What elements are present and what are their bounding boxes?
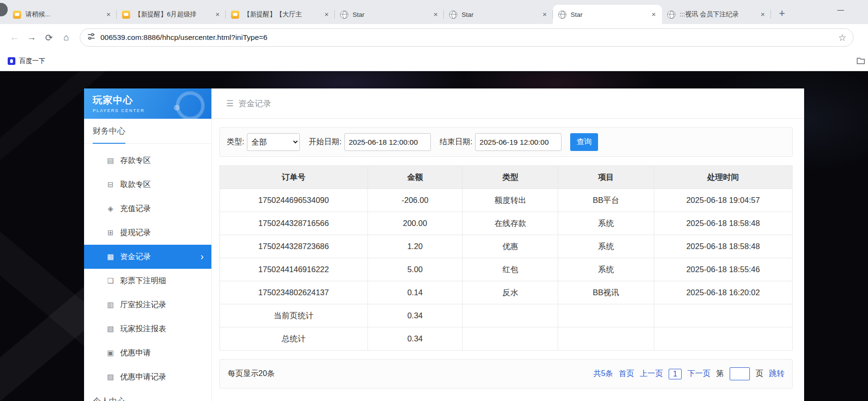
table-row: 1750244696534090 -206.00 额度转出 BB平台 2025-… (220, 189, 793, 212)
sidebar-menu-item[interactable]: ▧ 玩家投注报表 › (84, 317, 211, 341)
menu-item-label: 优惠申请 (120, 348, 204, 358)
next-page-link[interactable]: 下一页 (687, 369, 710, 379)
browser-window: 请稍候... × 【新提醒】6月超级排 × 【新提醒】【大厅主 × (0, 0, 868, 401)
sidebar-menu-item[interactable]: ⊟ 取款专区 › (84, 173, 211, 197)
cell-type (463, 304, 558, 327)
sidebar-menu: ▤ 存款专区 › ⊟ 取款专区 › ◈ 充值记录 (84, 144, 211, 389)
sidebar-menu-item[interactable]: ❏ 彩票下注明细 › (84, 269, 211, 293)
menu-item-icon: ⊞ (105, 228, 116, 237)
sidebar-menu-item[interactable]: ▨ 优惠申请记录 › (84, 365, 211, 389)
page-number-input[interactable] (730, 367, 750, 380)
tab-close-icon[interactable]: × (213, 10, 222, 19)
menu-item-icon: ◈ (105, 204, 116, 213)
cell-project: BB平台 (558, 189, 654, 212)
cell-time: 2025-06-18 18:58:48 (654, 235, 792, 258)
jump-link[interactable]: 跳转 (769, 369, 784, 379)
sidebar-header: 玩家中心 PLAYERS CENTER (84, 88, 211, 119)
menu-item-label: 存款专区 (120, 156, 204, 166)
page-word-before: 第 (716, 369, 724, 379)
pager: 共5条 首页 上一页 1 下一页 第 页 跳转 (593, 367, 784, 380)
total-count: 共5条 (593, 369, 613, 379)
sidebar-menu-item[interactable]: ⊞ 提现记录 › (84, 221, 211, 245)
cell-amount: 0.34 (367, 304, 463, 327)
table-header-cell: 订单号 (220, 166, 368, 189)
menu-item-label: 优惠申请记录 (120, 372, 204, 382)
reload-icon[interactable]: ⟳ (40, 29, 58, 46)
type-label: 类型: (227, 137, 244, 147)
table-header-row: 订单号 金额 类型 项目 处理时间 (220, 166, 793, 189)
menu-item-label: 厅室投注记录 (120, 300, 204, 310)
table-row: 1750234802624137 0.14 反水 BB视讯 2025-06-18… (220, 281, 793, 304)
sidebar-menu-item[interactable]: ▣ 优惠申请 › (84, 341, 211, 365)
site-info-icon[interactable] (87, 32, 96, 43)
cell-type: 优惠 (463, 235, 558, 258)
baidu-favicon-icon (8, 57, 15, 65)
bookmarks-folder-icon[interactable] (856, 57, 865, 66)
address-bar[interactable]: 006539.com:8886/hhcp/usercenter.html?ini… (80, 28, 854, 47)
start-date-input[interactable] (344, 133, 431, 151)
menu-item-label: 提现记录 (120, 228, 204, 238)
cell-amount: 0.34 (367, 327, 463, 351)
browser-tab[interactable]: 【新提醒】【大厅主 × (226, 5, 335, 24)
cell-project: BB视讯 (558, 281, 654, 304)
minimize-button[interactable]: — (837, 6, 844, 13)
main-content: 类型: 全部 开始日期: 结束日期: 查询 (212, 119, 804, 388)
menu-item-icon: ▣ (105, 349, 116, 357)
filter-bar: 类型: 全部 开始日期: 结束日期: 查询 (220, 127, 793, 157)
table-row: 当前页统计 0.34 (220, 304, 793, 327)
menu-icon: ☰ (226, 99, 233, 109)
cell-amount: 1.20 (367, 235, 463, 258)
browser-tab[interactable]: Star × (444, 5, 553, 24)
profile-avatar-partial[interactable] (0, 3, 8, 16)
tab-title: Star (353, 11, 428, 18)
tab-close-icon[interactable]: × (104, 10, 113, 19)
chevron-right-icon: › (200, 251, 204, 261)
bookmark-star-icon[interactable]: ☆ (838, 32, 846, 43)
sidebar-menu-item[interactable]: ▤ 存款专区 › (84, 149, 211, 173)
tab-close-icon[interactable]: × (758, 10, 767, 19)
current-page[interactable]: 1 (669, 369, 682, 379)
prev-page-link[interactable]: 上一页 (640, 369, 663, 379)
end-date-label: 结束日期: (440, 137, 472, 147)
cell-order-id: 总统计 (220, 327, 368, 351)
tab-close-icon[interactable]: × (649, 10, 658, 19)
cell-project: 系统 (558, 212, 654, 235)
new-tab-button[interactable]: + (775, 7, 789, 21)
tab-close-icon[interactable]: × (322, 10, 331, 19)
browser-tab[interactable]: 【新提醒】6月超级排 × (117, 5, 226, 24)
browser-tab[interactable]: Star × (553, 5, 662, 24)
player-center-panel: 玩家中心 PLAYERS CENTER 财务中心 ▤ 存款专区 › (84, 88, 804, 401)
forward-icon[interactable]: → (23, 29, 40, 46)
tab-close-icon[interactable]: × (540, 10, 549, 19)
menu-item-label: 取款专区 (120, 180, 204, 190)
first-page-link[interactable]: 首页 (619, 369, 634, 379)
back-icon[interactable]: ← (6, 29, 23, 46)
tab-close-icon[interactable]: × (431, 10, 440, 19)
cell-order-id: 1750244696534090 (220, 189, 368, 212)
main-header: ☰ 资金记录 (212, 88, 804, 119)
tab-favicon-icon (340, 11, 348, 19)
tab-favicon-icon (449, 11, 457, 19)
browser-tab[interactable]: Star × (335, 5, 444, 24)
end-date-input[interactable] (475, 133, 562, 151)
cell-order-id: 1750234802624137 (220, 281, 368, 304)
cell-time: 2025-06-18 18:58:48 (654, 212, 792, 235)
table-header-cell: 处理时间 (654, 166, 792, 189)
type-select[interactable]: 全部 (247, 133, 300, 151)
cell-time: 2025-06-18 18:55:46 (654, 258, 792, 281)
menu-item-icon: ▤ (105, 156, 116, 165)
menu-item-icon: ▥ (105, 301, 116, 309)
home-icon[interactable]: ⌂ (58, 29, 75, 46)
browser-tab[interactable]: :::视讯 会员下注纪录 × (662, 5, 771, 24)
sidebar-menu-item[interactable]: ▦ 资金记录 › (84, 245, 211, 269)
browser-tab[interactable]: 请稍候... × (8, 5, 117, 24)
bookmark-item[interactable]: 百度一下 (4, 57, 49, 65)
cell-time: 2025-06-18 19:04:57 (654, 189, 792, 212)
page-word-after: 页 (756, 369, 763, 379)
tab-favicon-icon (122, 11, 130, 19)
cell-order-id: 1750244146916222 (220, 258, 368, 281)
query-button[interactable]: 查询 (570, 133, 598, 151)
sidebar-menu-item[interactable]: ◈ 充值记录 › (84, 197, 211, 221)
sidebar-menu-item[interactable]: ▥ 厅室投注记录 › (84, 293, 211, 317)
menu-item-icon: ▦ (105, 252, 116, 261)
